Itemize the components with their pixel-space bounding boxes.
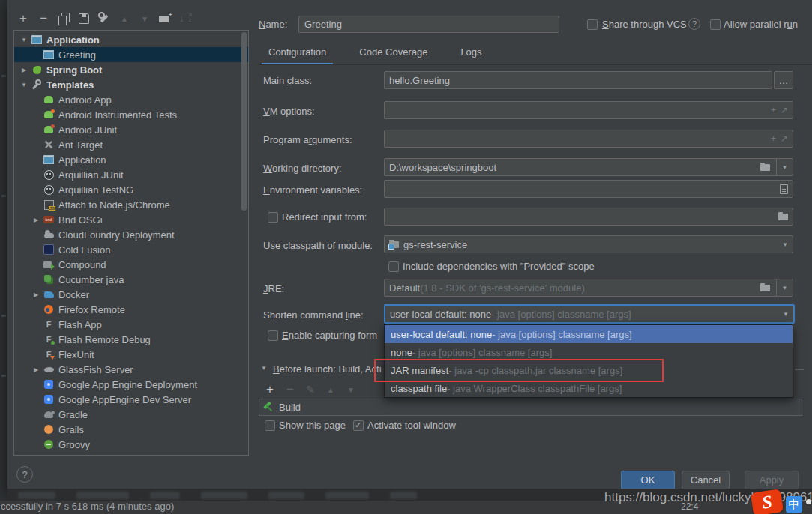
grails-icon — [43, 424, 55, 435]
tree-item-flash-app[interactable]: FFlash App — [14, 317, 248, 332]
tree-item-android-instrumented-tests[interactable]: Android Instrumented Tests — [14, 107, 248, 122]
tab-code-coverage[interactable]: Code Coverage — [352, 43, 434, 64]
tree-item-spring-boot[interactable]: ▶Spring Boot — [14, 62, 248, 77]
expand-arrow-icon[interactable]: ▶ — [31, 291, 41, 298]
tree-item-google-appengine-dev-server[interactable]: Google AppEngine Dev Server — [14, 392, 248, 407]
cancel-button[interactable]: Cancel — [682, 471, 730, 489]
tree-item-label: Docker — [58, 289, 89, 300]
tree-item-application[interactable]: Application — [14, 152, 248, 167]
tree-scrollbar[interactable] — [241, 32, 247, 211]
tree-item-docker[interactable]: ▶Docker — [14, 287, 248, 302]
docker-icon — [43, 289, 55, 300]
tree-item-android-app[interactable]: Android App — [14, 92, 248, 107]
collapse-arrow-icon[interactable]: ▼ — [261, 365, 267, 372]
help-icon[interactable]: ? — [688, 18, 700, 30]
add-macro-icon[interactable]: + — [771, 105, 776, 115]
tree-item-templates[interactable]: ▼Templates — [14, 77, 248, 92]
help-button[interactable]: ? — [16, 466, 33, 483]
tree-item-cucumber-java[interactable]: Cucumber java — [14, 272, 248, 287]
edit-defaults-icon[interactable] — [96, 10, 112, 27]
tree-item-glassfish-server[interactable]: ▶GlassFish Server — [14, 362, 248, 377]
collapse-arrow-icon[interactable]: ▼ — [19, 37, 29, 43]
share-vcs-checkbox[interactable] — [587, 19, 598, 30]
combo-dropdown-arrow[interactable]: ▼ — [782, 241, 788, 248]
tree-item-arquillian-testng[interactable]: Arquillian TestNG — [14, 182, 248, 197]
combo-dropdown-arrow[interactable]: ▼ — [783, 311, 789, 318]
collapse-arrow-icon[interactable]: ▼ — [19, 82, 29, 88]
expand-arrow-icon[interactable]: ▶ — [19, 67, 29, 73]
dropdown-option-classpath-file[interactable]: classpath file - java WrapperClass class… — [385, 379, 793, 397]
enable-capturing-checkbox[interactable] — [268, 330, 278, 341]
screen: +−▲▼ ▼ApplicationGreeting▶Spring Boot▼Te… — [0, 0, 812, 514]
ime-language-icon[interactable]: 中 — [786, 496, 802, 513]
working-directory-dropdown-arrow[interactable]: ▼ — [776, 159, 793, 175]
jre-combo[interactable]: Default (1.8 - SDK of 'gs-rest-service' … — [384, 279, 793, 297]
expand-arrow-icon[interactable]: ▶ — [31, 366, 41, 373]
working-directory-label: Working directory: — [263, 163, 342, 174]
tab-logs[interactable]: Logs — [454, 43, 488, 64]
tree-item-application[interactable]: ▼Application — [14, 32, 248, 47]
wrench-icon — [31, 79, 43, 90]
folder-icon[interactable] — [760, 285, 770, 291]
before-launch-task-list: Build — [259, 399, 802, 416]
expand-field-icon[interactable]: ↗ — [781, 105, 788, 115]
tree-item-compound[interactable]: Compound — [14, 257, 248, 272]
new-folder-icon[interactable] — [157, 10, 173, 27]
working-directory-field[interactable]: D:\workspace\springboot ▼ — [384, 158, 793, 176]
tree-item-google-app-engine-deployment[interactable]: Google App Engine Deployment — [14, 377, 248, 392]
tree-item-bnd-osgi[interactable]: ▶Bnd OSGi — [14, 212, 248, 227]
redirect-input-field[interactable] — [384, 208, 793, 226]
environment-variables-field[interactable] — [384, 180, 793, 198]
tree-item-gradle[interactable]: Gradle — [14, 407, 248, 422]
use-classpath-combo[interactable]: gs-rest-service ▼ — [384, 235, 793, 253]
vm-options-field[interactable]: +↗ — [384, 101, 793, 119]
tree-item-groovy[interactable]: Groovy — [14, 437, 248, 452]
sogou-ime-icon[interactable]: S — [751, 489, 784, 514]
name-input[interactable] — [298, 16, 559, 33]
tree-item-cold-fusion[interactable]: CfCold Fusion — [14, 242, 248, 257]
tab-configuration[interactable]: Configuration — [262, 43, 333, 64]
tree-item-arquillian-junit[interactable]: Arquillian JUnit — [14, 167, 248, 182]
include-provided-checkbox[interactable] — [388, 261, 399, 272]
jre-dropdown-arrow[interactable]: ▼ — [776, 279, 793, 296]
folder-icon[interactable] — [760, 164, 770, 171]
dropdown-option-none[interactable]: none - java [options] classname [args] — [385, 343, 793, 361]
coldfusion-icon: Cf — [43, 244, 55, 255]
add-icon[interactable]: + — [15, 10, 31, 27]
redirect-input-checkbox[interactable] — [268, 212, 278, 223]
tree-item-android-junit[interactable]: Android JUnit — [14, 122, 248, 137]
dropdown-option-jar-manifest[interactable]: JAR manifest - java -cp classpath.jar cl… — [385, 361, 793, 379]
allow-parallel-checkbox[interactable] — [710, 19, 721, 30]
add-macro-icon[interactable]: + — [771, 133, 776, 144]
add-icon[interactable]: + — [262, 382, 277, 397]
expand-arrow-icon[interactable]: ▶ — [31, 217, 41, 223]
save-icon[interactable] — [76, 10, 92, 27]
browse-main-class-button[interactable]: … — [774, 71, 793, 89]
tree-item-label: Gradle — [58, 409, 88, 420]
task-build[interactable]: Build — [259, 399, 802, 415]
folder-icon[interactable] — [778, 214, 788, 220]
tree-item-flexunit[interactable]: FFlexUnit — [14, 347, 248, 362]
shorten-command-line-combo[interactable]: user-local default: none - java [options… — [384, 304, 795, 324]
dropdown-option-user-local-default-none[interactable]: user-local default: none - java [options… — [385, 325, 793, 343]
program-arguments-field[interactable]: +↗ — [384, 130, 793, 148]
copy-icon[interactable] — [55, 10, 72, 27]
ok-button[interactable]: OK — [621, 471, 675, 489]
browse-variables-icon[interactable] — [780, 184, 788, 194]
tree-item-flash-remote-debug[interactable]: FFlash Remote Debug — [14, 332, 248, 347]
tree-item-grunt-js[interactable]: Grunt.js — [14, 452, 248, 456]
tree-item-attach-to-node-js-chrome[interactable]: Attach to Node.js/Chrome — [14, 197, 248, 212]
remove-icon[interactable]: − — [35, 10, 52, 27]
tree-item-grails[interactable]: Grails — [14, 422, 248, 437]
android-icon — [43, 94, 55, 105]
activate-tool-window-checkbox[interactable] — [353, 420, 364, 431]
move-down-icon: ▼ — [343, 382, 358, 397]
main-class-field[interactable]: hello.Greeting — [384, 71, 772, 89]
tree-item-ant-target[interactable]: Ant Target — [14, 137, 248, 152]
expand-field-icon[interactable]: ↗ — [781, 133, 788, 144]
tree-item-cloudfoundry-deployment[interactable]: CloudFoundry Deployment — [14, 227, 248, 242]
apply-button[interactable]: Apply — [745, 471, 799, 489]
tree-item-greeting[interactable]: Greeting — [14, 47, 248, 62]
show-this-page-checkbox[interactable] — [265, 420, 275, 431]
tree-item-firefox-remote[interactable]: Firefox Remote — [14, 302, 248, 317]
